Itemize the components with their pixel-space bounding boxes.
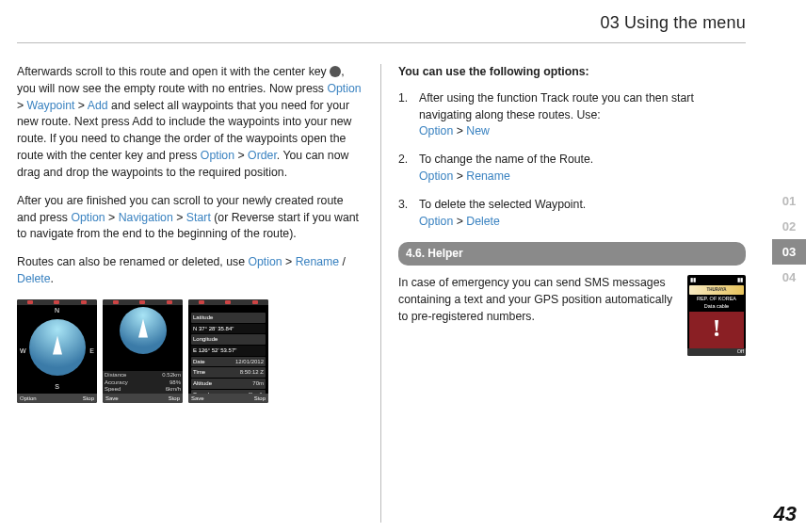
list-item: 2. To change the name of the Route. Opti…: [398, 152, 746, 185]
label: Time: [193, 368, 205, 377]
text: After using the function Track route you…: [419, 91, 694, 121]
list-item: 3. To delete the selected Waypoint. Opti…: [398, 197, 746, 231]
text: Routes can also be renamed or deleted, u…: [17, 255, 248, 268]
text: REP. OF KOREA: [697, 296, 736, 303]
para-1: Afterwards scroll to this route and open…: [17, 64, 363, 182]
page-number: 43: [774, 502, 797, 526]
label: Altitude: [193, 379, 212, 388]
text: To change the name of the Route.: [419, 153, 593, 166]
device-screenshot-gps-data: Latitude N 37° 28' 35.84" Longitude E 12…: [188, 299, 268, 403]
options-heading: You can use the following options:: [398, 64, 746, 81]
menu-path: Option: [71, 211, 105, 224]
softkey-left: Save: [105, 395, 119, 403]
menu-path: Option: [419, 169, 453, 183]
label: Date: [193, 358, 205, 366]
compass-w-label: W: [20, 347, 26, 356]
device-screenshot-compass: N W E S Option Stop: [17, 299, 97, 403]
value: 12/01/2012: [235, 358, 264, 366]
list-item: 1. After using the function Track route …: [398, 90, 746, 140]
helper-description: In case of emergency you can send SMS me…: [398, 275, 678, 325]
menu-path: Add: [88, 99, 108, 112]
label: Latitude: [193, 314, 213, 322]
menu-path: Option: [419, 124, 453, 137]
sidebar-tab-02[interactable]: 02: [772, 214, 806, 239]
compass-n-label: N: [17, 306, 97, 315]
menu-path: Option: [419, 215, 453, 228]
menu-path: Rename: [466, 169, 509, 183]
label: Speed: [105, 386, 121, 393]
text: To delete the selected Waypoint.: [419, 198, 586, 211]
chevron: >: [457, 124, 463, 137]
chevron: >: [457, 169, 463, 183]
softkey-left: Save: [191, 395, 204, 403]
value: E 126° 52' 53.57": [193, 347, 236, 355]
label: Accuracy: [105, 379, 128, 386]
para-3: Routes can also be renamed or deleted, u…: [17, 254, 363, 288]
menu-path: Option: [327, 82, 361, 95]
list-number: 2.: [398, 152, 411, 185]
menu-path: Option: [201, 149, 234, 162]
list-number: 1.: [398, 90, 411, 140]
softkey-right: Off: [737, 348, 744, 356]
chevron: >: [176, 211, 183, 224]
chevron: >: [457, 215, 463, 228]
chapter-header: 03 Using the menu: [17, 9, 746, 43]
value: 8:50:12 Z: [240, 368, 264, 377]
chevron: >: [285, 255, 292, 268]
chevron: >: [17, 99, 24, 112]
value: 6km/h: [166, 386, 181, 393]
menu-path: Option: [248, 255, 282, 268]
brand-label: THURAYA: [689, 285, 744, 295]
screenshot-row: N W E S Option Stop: [17, 299, 363, 403]
chevron: >: [108, 211, 115, 224]
softkey-right: Stop: [83, 395, 94, 403]
chevron: >: [237, 149, 244, 162]
softkey-right: Stop: [169, 395, 180, 403]
value: 98%: [169, 379, 181, 386]
para-2: After you are finished you can scroll to…: [17, 193, 363, 243]
menu-path: Delete: [17, 272, 51, 285]
center-key-icon: [330, 66, 341, 77]
menu-path: Rename: [296, 255, 339, 268]
compass-e-label: E: [89, 347, 94, 356]
list-number: 3.: [398, 197, 411, 231]
menu-path: Navigation: [119, 211, 173, 224]
menu-path: Delete: [466, 215, 500, 228]
compass-s-label: S: [17, 382, 97, 392]
chapter-sidebar: 01 02 03 04 43: [772, 0, 806, 532]
sidebar-tab-04[interactable]: 04: [772, 265, 806, 290]
value: 70m: [252, 379, 264, 388]
value: 0.52km: [162, 372, 181, 379]
left-column: Afterwards scroll to this route and open…: [17, 64, 381, 523]
text: Data cable: [704, 303, 729, 311]
device-screenshot-compass-data: Distance0.52km Accuracy98% Speed6km/h Sa…: [103, 299, 183, 403]
device-screenshot-emergency: ▮▮▮▮ THURAYA REP. OF KOREA Data cable 10…: [687, 275, 746, 356]
chevron: >: [78, 99, 85, 112]
menu-path: New: [466, 124, 490, 137]
sidebar-tab-01[interactable]: 01: [772, 188, 806, 214]
text: /: [339, 255, 346, 268]
text: Afterwards scroll to this route and open…: [17, 65, 330, 78]
label: Distance: [105, 372, 126, 379]
softkey-right: Stop: [254, 395, 266, 403]
text: .: [51, 272, 54, 285]
softkey-left: Option: [20, 395, 37, 403]
value: N 37° 28' 35.84": [193, 325, 234, 333]
menu-path: Waypoint: [27, 99, 75, 112]
menu-path: Start: [186, 211, 211, 224]
exclamation-icon: [689, 312, 744, 349]
right-column: You can use the following options: 1. Af…: [381, 64, 746, 523]
menu-path: Order: [248, 149, 277, 162]
label: Longitude: [193, 335, 218, 344]
section-heading-helper: 4.6. Helper: [398, 242, 746, 266]
compass-icon: [120, 307, 167, 354]
sidebar-tab-03[interactable]: 03: [772, 239, 806, 265]
